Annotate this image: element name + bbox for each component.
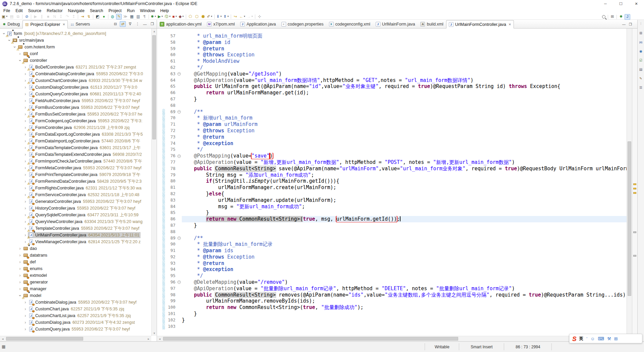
fold-collapse-icon[interactable]: −: [177, 280, 181, 284]
format-brush-button[interactable]: ✐▼: [207, 14, 213, 19]
suspend-button[interactable]: ∥: [39, 14, 45, 19]
tree-item[interactable]: ›JCustomChart.java62257 2021/1/9 下午5:35 …: [0, 306, 151, 312]
tree-item[interactable]: ›J⚠ViewManageController.java62814 2021/1…: [0, 238, 151, 245]
fold-collapse-icon[interactable]: −: [177, 72, 181, 76]
code-line[interactable]: 103: [157, 323, 627, 330]
save-all-button[interactable]: ⧉: [15, 14, 21, 19]
back-button[interactable]: ←▼: [239, 14, 246, 19]
collapsed-arrow-icon[interactable]: ›: [17, 273, 22, 278]
collapsed-arrow-icon[interactable]: ›: [17, 280, 22, 284]
menu-file[interactable]: File: [1, 8, 13, 13]
next-annotation-button[interactable]: ⬇▼: [216, 14, 222, 19]
debug-button[interactable]: ✹▼: [150, 14, 157, 19]
tree-item[interactable]: ›JFormRightsController.java62331 2021/1/…: [0, 185, 151, 191]
outline-view-icon[interactable]: ▤: [638, 67, 644, 72]
tree-item[interactable]: ›def: [0, 259, 151, 265]
collapsed-arrow-icon[interactable]: ›: [17, 51, 22, 56]
code-line[interactable]: 64 @ApiOperation(value="url_main_form数据详…: [157, 77, 627, 84]
sogou-keyboard-icon[interactable]: ⌨: [598, 337, 604, 341]
tree-item[interactable]: ›⚠*controller: [0, 57, 151, 64]
sogou-lang-indicator[interactable]: 英: [579, 337, 584, 341]
view-menu-dots-icon[interactable]: ⫶: [638, 21, 644, 27]
tree-horizontal-scrollbar[interactable]: ◄ ►: [0, 336, 151, 341]
mark-occurrences-button[interactable]: ✎: [116, 14, 122, 19]
tree-item[interactable]: ›JCustomDialog.java60273 2020/11/4 下午4:3…: [0, 319, 151, 326]
link-with-editor-icon[interactable]: ⇄: [120, 21, 126, 27]
tree-item[interactable]: ›J⚠QueryViewController.java63304 2021/3/…: [0, 218, 151, 225]
tree-item[interactable]: ›⚠*model: [0, 292, 151, 299]
code-line[interactable]: 61 * ModelAndView: [157, 58, 627, 64]
code-line[interactable]: 88: [157, 229, 627, 235]
collapsed-arrow-icon[interactable]: ›: [17, 246, 22, 251]
code-line[interactable]: 72 * @throws Exception: [157, 128, 627, 134]
forward-button[interactable]: →▼: [247, 14, 254, 19]
tree-item[interactable]: ›JFormDataTemplateExtendController.java5…: [0, 151, 151, 158]
collapsed-arrow-icon[interactable]: ›: [23, 206, 28, 211]
tree-item[interactable]: ›J⚠*form[boot] [x7/branches/7.2.6_demo_j…: [0, 30, 151, 37]
code-line[interactable]: 57 * url_main_form明细页面: [157, 33, 627, 39]
sogou-grid-icon[interactable]: ⊞: [614, 337, 618, 341]
code-line[interactable]: 74 * @exception: [157, 140, 627, 147]
tree-item[interactable]: ›J⚠FormDataImportLogController.java57440…: [0, 138, 151, 144]
tree-item[interactable]: ›JFormPrintTemplateController.java59079 …: [0, 171, 151, 178]
collapsed-arrow-icon[interactable]: ›: [23, 307, 28, 311]
fold-collapse-icon[interactable]: −: [177, 155, 181, 158]
disconnect-button[interactable]: N: [52, 14, 57, 19]
tree-item[interactable]: ›⚠*com.hotent.form: [0, 44, 151, 50]
code-line[interactable]: 81 urlMainFormManager.create(urlMainForm…: [157, 184, 627, 191]
previous-annotation-button[interactable]: ⬆▼: [223, 14, 229, 19]
code-editor[interactable]: 57 * url_main_form明细页面58 * @param id59 *…: [157, 29, 627, 336]
tree-item[interactable]: ›JFieldAuthController.java55953 2020/6/2…: [0, 97, 151, 104]
sogou-logo-icon[interactable]: S: [572, 336, 577, 342]
tasks-view-icon[interactable]: ✎: [638, 76, 644, 81]
collapsed-arrow-icon[interactable]: ›: [23, 313, 28, 318]
code-line[interactable]: 73 * @return: [157, 134, 627, 140]
editor-tab-x7-pom-xml[interactable]: Mx7/pom.xml: [204, 20, 237, 28]
code-line[interactable]: 62 */: [157, 64, 627, 71]
code-line[interactable]: 95 */: [157, 273, 627, 279]
editor-tab-urlmainform-java[interactable]: JUrlMainForm.java: [373, 20, 418, 28]
tree-item[interactable]: ›J⚠BoDefController.java63271 2021/3/2 下午…: [0, 64, 151, 71]
view-menu-icon[interactable]: ⋮: [135, 21, 141, 27]
code-line[interactable]: 66 return urlMainFormManager.get(id);: [157, 90, 627, 96]
tree-item[interactable]: ›conf: [0, 50, 151, 57]
terminate-button[interactable]: ■: [45, 14, 51, 19]
tree-item[interactable]: ›JFormCodegenLogController.java55953 202…: [0, 118, 151, 124]
pin-editor-button[interactable]: ⊹: [257, 14, 262, 19]
collapse-all-icon[interactable]: ⊟: [112, 21, 118, 27]
sogou-symbol-icon[interactable]: ’: [586, 337, 587, 341]
run-button[interactable]: ▶▼: [157, 14, 163, 19]
tree-item[interactable]: ›J⚠CustomChartController.java63933 2021/…: [0, 77, 151, 84]
next-change-button[interactable]: ≫: [122, 14, 128, 19]
collapsed-arrow-icon[interactable]: ›: [17, 253, 22, 258]
step-into-button[interactable]: ↧: [58, 14, 64, 19]
code-line[interactable]: 94 * @exception: [157, 266, 627, 273]
tree-item[interactable]: ›J⚠FormDataTemplateController.java63601 …: [0, 144, 151, 151]
tree-item[interactable]: ›JFormDataExportLogController.java63308 …: [0, 131, 151, 138]
tree-item[interactable]: ›manager: [0, 285, 151, 292]
open-task-button[interactable]: ◩: [95, 14, 100, 19]
tree-item[interactable]: ›J⚠FormController.java62906 2021/1/28 上午…: [0, 124, 151, 131]
editor-vertical-scrollbar[interactable]: [627, 29, 632, 336]
code-line[interactable]: 99 urlMainFormManager.removeByIds(ids);: [157, 298, 627, 304]
panel-tab-project-explorer[interactable]: ▨Project Explorer✕: [22, 20, 68, 29]
annotation-marker[interactable]: [633, 231, 636, 233]
overview-ruler[interactable]: [632, 29, 637, 336]
boot-dashboard-button[interactable]: ●: [101, 14, 107, 19]
tree-item[interactable]: ›JGeneratorController.java55953 2020/6/2…: [0, 198, 151, 205]
code-line[interactable]: 82 }else{: [157, 191, 627, 197]
drop-to-frame-button[interactable]: ↯: [86, 14, 92, 19]
code-line[interactable]: 78 public CommonResult<String> save(@Api…: [157, 166, 627, 172]
editor-tab-application-dev-yml[interactable]: Yapplication-dev.yml: [157, 20, 204, 28]
tree-vertical-scrollbar[interactable]: ▲ ▼: [151, 29, 157, 336]
show-table-button[interactable]: ▥: [135, 14, 141, 19]
open-resource-button[interactable]: ⬡: [194, 14, 200, 19]
editor-tab-application-java[interactable]: JApplication.java: [237, 20, 279, 28]
save-button[interactable]: ▤: [9, 14, 14, 19]
code-line[interactable]: 80 if(StringUtil.isEmpty(urlMainForm.get…: [157, 178, 627, 184]
tree-item[interactable]: ›J⚠FormBusController.java55953 2020/6/22…: [0, 104, 151, 111]
last-edit-location-button[interactable]: ↪: [232, 14, 238, 19]
collapsed-arrow-icon[interactable]: ›: [23, 300, 28, 305]
resume-button[interactable]: ▶: [33, 14, 38, 19]
close-button[interactable]: ✕: [629, 0, 644, 7]
